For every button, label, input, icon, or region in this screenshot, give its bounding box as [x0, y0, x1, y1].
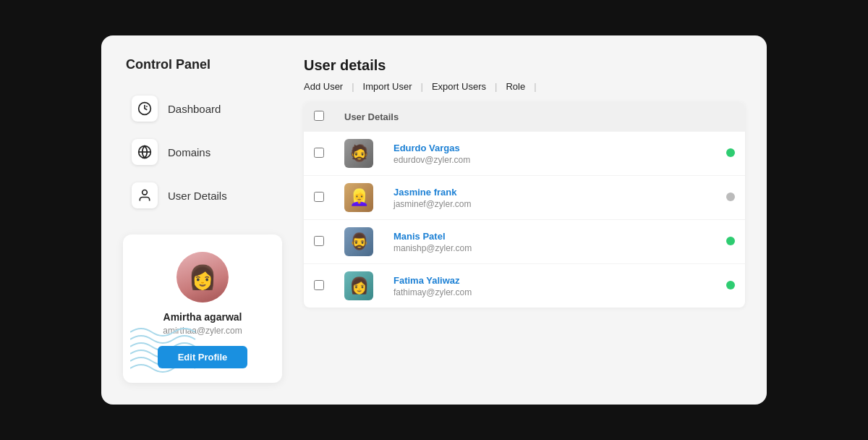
- row-checkbox-2[interactable]: [314, 236, 324, 246]
- row-checkbox-1[interactable]: [314, 192, 324, 202]
- status-dot: [726, 281, 735, 289]
- right-panel: User details Add User | Import User | Ex…: [304, 57, 745, 383]
- dashboard-label: Dashboard: [168, 103, 221, 115]
- select-all-checkbox[interactable]: [314, 111, 324, 121]
- edit-profile-button[interactable]: Edit Profile: [158, 346, 248, 368]
- panel-title: Control Panel: [123, 57, 282, 72]
- row-avatar-cell: 🧔: [334, 132, 383, 176]
- user-details-label: User Details: [168, 190, 227, 202]
- row-checkbox-3[interactable]: [314, 280, 324, 290]
- status-dot: [726, 192, 735, 201]
- user-name[interactable]: Fatima Yaliwaz: [393, 275, 706, 286]
- dashboard-icon: [132, 96, 158, 122]
- toolbar-export-users[interactable]: Export Users: [423, 81, 495, 92]
- sidebar-item-user-details[interactable]: User Details: [123, 175, 282, 216]
- row-user-info: Jasmine frank jasminef@zyler.com: [383, 176, 716, 220]
- row-status-cell: [716, 220, 745, 264]
- user-name[interactable]: Edurdo Vargas: [393, 143, 706, 153]
- table-row: 👩 Fatima Yaliwaz fathimay@zyler.com: [304, 264, 745, 308]
- user-email: manishp@zyler.com: [393, 243, 706, 253]
- status-dot: [726, 148, 735, 157]
- row-status-cell: [716, 132, 745, 176]
- user-email: jasminef@zyler.com: [393, 199, 706, 209]
- user-table: User Details 🧔 Edurdo Vargas edurdov@zyl…: [304, 102, 745, 308]
- table-row: 🧔‍♂️ Manis Patel manishp@zyler.com: [304, 220, 745, 264]
- user-email: edurdov@zyler.com: [393, 155, 706, 165]
- domains-label: Domains: [168, 146, 210, 158]
- toolbar-sep-4: |: [534, 81, 536, 92]
- header-checkbox-cell: [304, 102, 334, 132]
- row-checkbox-cell: [304, 132, 334, 176]
- row-checkbox-0[interactable]: [314, 148, 324, 158]
- table-row: 🧔 Edurdo Vargas edurdov@zyler.com: [304, 132, 745, 176]
- row-user-info: Edurdo Vargas edurdov@zyler.com: [383, 132, 716, 176]
- user-name[interactable]: Jasmine frank: [393, 187, 706, 198]
- profile-avatar: 👩: [176, 252, 229, 302]
- row-avatar-cell: 👩: [334, 264, 383, 308]
- row-status-cell: [716, 264, 745, 308]
- toolbar-add-user[interactable]: Add User: [304, 81, 352, 92]
- sidebar-item-dashboard[interactable]: Dashboard: [123, 88, 282, 129]
- toolbar-import-user[interactable]: Import User: [354, 81, 421, 92]
- main-container: Control Panel Dashboard: [101, 35, 767, 405]
- section-title: User details: [304, 57, 745, 74]
- status-dot: [726, 237, 735, 245]
- nav-items: Dashboard Domains: [123, 88, 282, 216]
- toolbar: Add User | Import User | Export Users | …: [304, 81, 745, 92]
- domains-icon: [132, 139, 158, 165]
- row-checkbox-cell: [304, 220, 334, 264]
- user-name[interactable]: Manis Patel: [393, 231, 706, 242]
- table-row: 👱‍♀️ Jasmine frank jasminef@zyler.com: [304, 176, 745, 220]
- profile-name: Amirtha agarwal: [163, 311, 242, 323]
- header-user-details: User Details: [334, 102, 745, 132]
- row-avatar-cell: 👱‍♀️: [334, 176, 383, 220]
- user-email: fathimay@zyler.com: [393, 287, 706, 297]
- row-user-info: Manis Patel manishp@zyler.com: [383, 220, 716, 264]
- user-details-icon: [132, 182, 158, 208]
- svg-point-3: [142, 190, 148, 195]
- table-header-row: User Details: [304, 102, 745, 132]
- row-user-info: Fatima Yaliwaz fathimay@zyler.com: [383, 264, 716, 308]
- row-checkbox-cell: [304, 176, 334, 220]
- profile-card: 👩 Amirtha agarwal amirthaa@zyler.com Edi…: [123, 234, 282, 383]
- row-checkbox-cell: [304, 264, 334, 308]
- sidebar-item-domains[interactable]: Domains: [123, 132, 282, 172]
- row-status-cell: [716, 176, 745, 220]
- toolbar-role[interactable]: Role: [497, 81, 534, 92]
- left-panel: Control Panel Dashboard: [123, 57, 282, 383]
- row-avatar-cell: 🧔‍♂️: [334, 220, 383, 264]
